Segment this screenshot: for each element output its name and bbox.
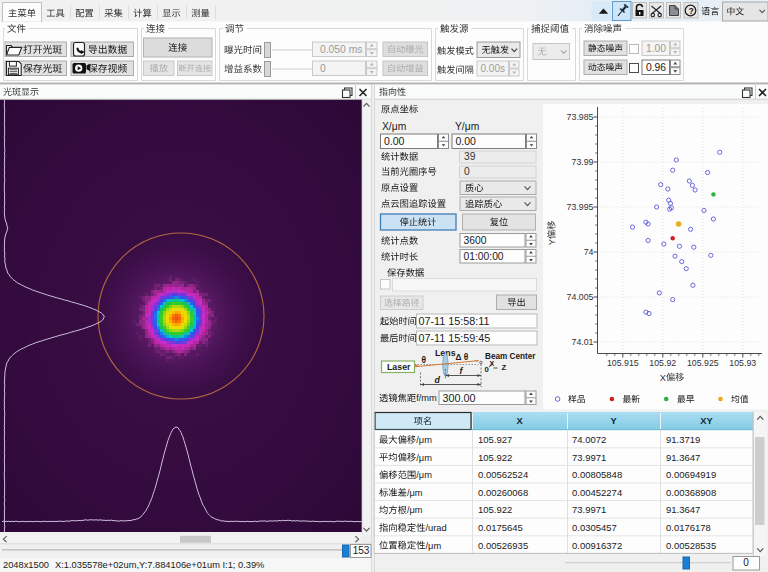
svg-text:74.005: 74.005	[567, 292, 594, 302]
svg-text:105.92: 105.92	[649, 358, 676, 368]
svg-text:91.3719: 91.3719	[666, 434, 700, 445]
svg-text:01:00:00: 01:00:00	[464, 251, 504, 262]
svg-text:73.985: 73.985	[567, 112, 594, 122]
svg-text:07-11 15:59:45: 07-11 15:59:45	[419, 332, 491, 344]
svg-text:0.00368908: 0.00368908	[666, 487, 716, 498]
svg-text:?: ?	[688, 6, 693, 16]
svg-text:X: X	[490, 360, 495, 367]
svg-text:/μm: /μm	[416, 435, 432, 445]
svg-text:74.01: 74.01	[572, 337, 594, 347]
svg-text:Y/μm: Y/μm	[455, 121, 479, 132]
svg-text:91.3647: 91.3647	[666, 504, 700, 515]
svg-text:XY: XY	[700, 416, 713, 426]
svg-text:Δ θ: Δ θ	[456, 352, 469, 362]
svg-text:0.00452274: 0.00452274	[572, 487, 622, 498]
svg-text:74.0072: 74.0072	[572, 434, 606, 445]
svg-text:0.00: 0.00	[384, 135, 405, 147]
svg-text:153: 153	[353, 545, 370, 556]
svg-text:105.925: 105.925	[687, 358, 719, 368]
svg-text:2048x1500: 2048x1500	[3, 560, 49, 570]
svg-text:73.9971: 73.9971	[572, 452, 606, 463]
svg-text:/μm: /μm	[416, 470, 432, 480]
svg-text:1.00: 1.00	[646, 43, 666, 54]
svg-text:0.00526935: 0.00526935	[478, 540, 528, 551]
svg-text:3600: 3600	[464, 235, 487, 246]
svg-text:/urad: /urad	[426, 523, 447, 533]
svg-text:91.3647: 91.3647	[666, 452, 700, 463]
svg-text:/μm: /μm	[426, 541, 442, 551]
svg-text:/μm: /μm	[407, 505, 423, 515]
svg-text:74: 74	[584, 247, 594, 257]
svg-text:θ: θ	[422, 355, 427, 365]
svg-text:/μm: /μm	[416, 453, 432, 463]
svg-text:Y: Y	[610, 416, 617, 426]
svg-text:0.0176178: 0.0176178	[666, 522, 711, 533]
svg-text:0.0175645: 0.0175645	[478, 522, 523, 533]
svg-text:73.9971: 73.9971	[572, 504, 606, 515]
svg-text:Laser: Laser	[387, 362, 411, 372]
svg-text:0.96: 0.96	[646, 62, 666, 73]
svg-text:Y: Y	[547, 239, 557, 245]
svg-text:X: X	[660, 373, 666, 383]
svg-text:/μm: /μm	[407, 488, 423, 498]
svg-text:0.0305457: 0.0305457	[572, 522, 617, 533]
svg-text:X:1.035578e+02um,Y:7.884106e+0: X:1.035578e+02um,Y:7.884106e+01um I:1; 0…	[55, 560, 264, 570]
svg-text:f/mm: f/mm	[416, 393, 437, 403]
svg-text:105.922: 105.922	[478, 504, 512, 515]
svg-text:X/μm: X/μm	[382, 121, 406, 132]
svg-text:0: 0	[320, 63, 326, 74]
svg-text:73.99: 73.99	[572, 157, 594, 167]
svg-text:105.915: 105.915	[607, 358, 639, 368]
svg-text:0.00s: 0.00s	[481, 63, 505, 74]
svg-text:X: X	[516, 416, 523, 426]
svg-text:Z: Z	[502, 363, 507, 372]
svg-text:0.00805848: 0.00805848	[572, 469, 622, 480]
svg-text:0: 0	[464, 166, 470, 177]
svg-text:d: d	[435, 375, 441, 385]
svg-text:0.050 ms: 0.050 ms	[320, 44, 362, 55]
svg-text:0.00694919: 0.00694919	[666, 469, 716, 480]
svg-text:0.00562524: 0.00562524	[478, 469, 528, 480]
svg-text:0.00916372: 0.00916372	[572, 540, 622, 551]
svg-text:0.00528535: 0.00528535	[666, 540, 716, 551]
svg-text:105.927: 105.927	[478, 434, 512, 445]
svg-text:105.922: 105.922	[478, 452, 512, 463]
svg-text:0.00260068: 0.00260068	[478, 487, 528, 498]
svg-text:39: 39	[464, 151, 476, 162]
svg-text:0: 0	[743, 557, 749, 568]
svg-text:07-11 15:58:11: 07-11 15:58:11	[419, 315, 490, 327]
svg-text:300.00: 300.00	[443, 392, 476, 404]
svg-text:105.93: 105.93	[729, 358, 756, 368]
svg-text:73.995: 73.995	[567, 202, 594, 212]
svg-text:0.00: 0.00	[456, 135, 477, 147]
